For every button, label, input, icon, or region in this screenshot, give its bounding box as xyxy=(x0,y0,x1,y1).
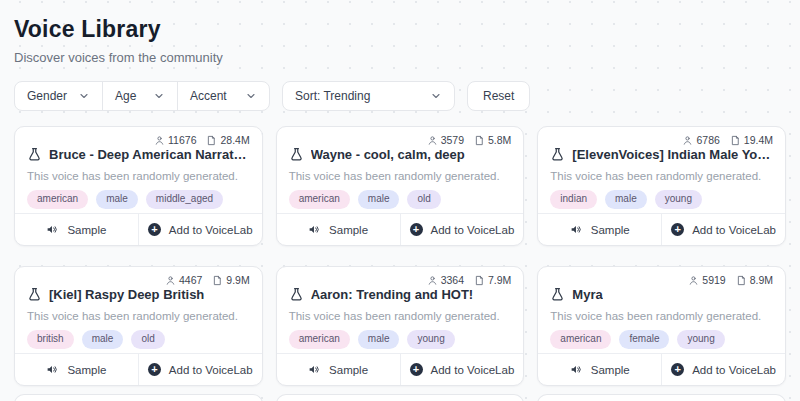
tag-male: male xyxy=(358,330,400,349)
voice-card-body: 6786 19.4M [ElevenVoices] Indian Male Yo… xyxy=(538,127,785,213)
add-to-voicelab-label: Add to VoiceLab xyxy=(431,364,515,376)
plus-circle-icon: + xyxy=(410,223,423,236)
voice-card-body: 5919 8.9M Myra This voice has been rando… xyxy=(538,267,785,353)
tag-young: young xyxy=(677,330,724,349)
voice-title-row: Bruce - Deep American Narrator Voice xyxy=(27,147,250,162)
voice-tag-list: americanmaleyoung xyxy=(289,330,512,349)
voice-card: 11676 28.4M Bruce - Deep American Narrat… xyxy=(14,126,263,246)
usage-count: 9.9M xyxy=(226,274,249,286)
gender-filter-dropdown[interactable]: Gender xyxy=(15,82,102,110)
sample-button-label: Sample xyxy=(329,364,368,376)
voice-card-body: 3364 7.9M Aaron: Trending and HOT! This … xyxy=(277,267,524,353)
add-to-voicelab-button[interactable]: + Add to VoiceLab xyxy=(400,354,524,385)
add-to-voicelab-label: Add to VoiceLab xyxy=(169,224,253,236)
usage-stat: 19.4M xyxy=(730,134,773,146)
voice-title-row: Wayne - cool, calm, deep xyxy=(289,147,512,162)
voice-tag-list: americanfemaleyoung xyxy=(550,330,773,349)
usage-count: 7.9M xyxy=(488,274,511,286)
sample-button[interactable]: Sample xyxy=(15,354,138,385)
sample-button-label: Sample xyxy=(591,364,630,376)
sample-button-label: Sample xyxy=(67,364,106,376)
voice-card: 3364 7.9M Aaron: Trending and HOT! This … xyxy=(276,266,525,386)
tag-old: old xyxy=(407,190,440,209)
add-to-voicelab-button[interactable]: + Add to VoiceLab xyxy=(138,214,262,245)
voice-card-stats: 3579 5.8M xyxy=(289,134,512,146)
plus-circle-icon: + xyxy=(671,223,684,236)
voice-card: 4467 9.9M [Kiel] Raspy Deep British This… xyxy=(14,266,263,386)
usage-stat: 7.9M xyxy=(474,274,511,286)
speaker-icon xyxy=(46,363,59,376)
accent-filter-dropdown[interactable]: Accent xyxy=(177,82,269,110)
tag-male: male xyxy=(82,330,124,349)
reset-filters-button[interactable]: Reset xyxy=(467,81,530,111)
age-filter-dropdown[interactable]: Age xyxy=(102,82,177,110)
age-filter-label: Age xyxy=(115,89,136,103)
users-count: 3364 xyxy=(441,274,464,286)
chevron-down-icon xyxy=(245,90,257,102)
gender-filter-label: Gender xyxy=(27,89,67,103)
users-count: 11676 xyxy=(168,134,196,146)
tag-female: female xyxy=(619,330,669,349)
chevron-down-icon xyxy=(153,90,165,102)
usage-count: 5.8M xyxy=(488,134,511,146)
sample-button[interactable]: Sample xyxy=(277,214,400,245)
tag-american: american xyxy=(289,190,350,209)
add-to-voicelab-label: Add to VoiceLab xyxy=(169,364,253,376)
voice-card: 6786 19.4M [ElevenVoices] Indian Male Yo… xyxy=(537,126,786,246)
partial-voice-card xyxy=(537,394,786,401)
tag-american: american xyxy=(27,190,88,209)
add-to-voicelab-label: Add to VoiceLab xyxy=(431,224,515,236)
add-to-voicelab-button[interactable]: + Add to VoiceLab xyxy=(661,214,785,245)
voice-card-stats: 4467 9.9M xyxy=(27,274,250,286)
add-to-voicelab-button[interactable]: + Add to VoiceLab xyxy=(400,214,524,245)
user-icon xyxy=(688,275,699,286)
voice-card-body: 3579 5.8M Wayne - cool, calm, deep This … xyxy=(277,127,524,213)
add-to-voicelab-button[interactable]: + Add to VoiceLab xyxy=(661,354,785,385)
plus-circle-icon: + xyxy=(410,363,423,376)
voice-card-body: 11676 28.4M Bruce - Deep American Narrat… xyxy=(15,127,262,213)
tag-old: old xyxy=(131,330,164,349)
voice-card-stats: 6786 19.4M xyxy=(550,134,773,146)
speaker-icon xyxy=(46,223,59,236)
partial-card-row xyxy=(14,394,786,401)
voice-tag-list: americanmalemiddle_aged xyxy=(27,190,250,209)
flask-icon xyxy=(27,287,42,302)
users-stat: 3579 xyxy=(427,134,464,146)
voice-tag-list: americanmaleold xyxy=(289,190,512,209)
voice-description: This voice has been randomly generated. xyxy=(550,170,773,182)
sample-button[interactable]: Sample xyxy=(15,214,138,245)
users-count: 3579 xyxy=(441,134,464,146)
add-to-voicelab-button[interactable]: + Add to VoiceLab xyxy=(138,354,262,385)
tag-male: male xyxy=(96,190,138,209)
sample-button[interactable]: Sample xyxy=(538,214,661,245)
voice-title: [Kiel] Raspy Deep British xyxy=(49,287,204,302)
document-icon xyxy=(730,135,741,146)
usage-stat: 9.9M xyxy=(212,274,249,286)
accent-filter-label: Accent xyxy=(190,89,227,103)
voice-card: 5919 8.9M Myra This voice has been rando… xyxy=(537,266,786,386)
voice-title-row: Myra xyxy=(550,287,773,302)
tag-middle_aged: middle_aged xyxy=(146,190,223,209)
voice-title-row: [ElevenVoices] Indian Male Young xyxy=(550,147,773,162)
flask-icon xyxy=(289,147,304,162)
sort-dropdown[interactable]: Sort: Trending xyxy=(282,81,455,111)
sample-button-label: Sample xyxy=(591,224,630,236)
tag-american: american xyxy=(550,330,611,349)
users-count: 6786 xyxy=(696,134,719,146)
usage-count: 8.9M xyxy=(750,274,773,286)
voice-title: Aaron: Trending and HOT! xyxy=(311,287,474,302)
sample-button[interactable]: Sample xyxy=(277,354,400,385)
plus-circle-icon: + xyxy=(148,363,161,376)
tag-british: british xyxy=(27,330,74,349)
chevron-down-icon xyxy=(430,90,442,102)
sample-button[interactable]: Sample xyxy=(538,354,661,385)
voice-card-footer: Sample + Add to VoiceLab xyxy=(277,213,524,245)
users-stat: 6786 xyxy=(682,134,719,146)
users-count: 4467 xyxy=(179,274,202,286)
tag-american: american xyxy=(289,330,350,349)
document-icon xyxy=(474,275,485,286)
tag-young: young xyxy=(407,330,454,349)
usage-stat: 28.4M xyxy=(206,134,249,146)
usage-stat: 8.9M xyxy=(736,274,773,286)
filter-dropdown-group: Gender Age Accent xyxy=(14,81,270,111)
